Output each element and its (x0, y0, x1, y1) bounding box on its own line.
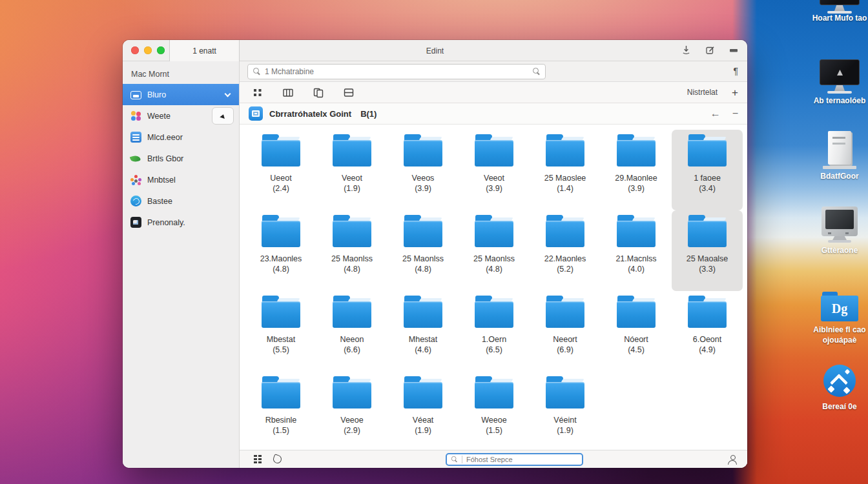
folder-item[interactable]: 29.Maonlee (3.9) (601, 130, 672, 210)
folder-item[interactable]: Weeoe (1.5) (459, 372, 530, 450)
grid-view-icon[interactable] (254, 455, 262, 464)
folder-item[interactable]: Véeat (1.9) (388, 372, 459, 450)
folder-name: Weeoe (481, 416, 506, 426)
compose-icon[interactable] (705, 45, 715, 55)
folder-count: (3.9) (415, 184, 431, 194)
desktop-icon-bereai[interactable]: Bereaí 0e (801, 365, 868, 412)
folder-item[interactable]: Neeort (6.9) (530, 291, 601, 372)
desktop: { "window": { "tab_label": "1 enatt", "t… (0, 0, 868, 484)
search-icon (253, 68, 260, 76)
window-tab[interactable]: 1 enatt (169, 40, 240, 61)
share-icon[interactable] (681, 45, 691, 55)
folder-item[interactable]: Véeint (1.9) (530, 372, 601, 450)
folder-item[interactable]: 25 Maoslee (1.4) (530, 130, 601, 210)
folder-icon (617, 296, 656, 328)
desktop-icon-ab[interactable]: Ab ternaolóeb (801, 59, 868, 106)
folder-item[interactable]: 22.Maonles (5.2) (530, 210, 601, 291)
desktop-icon-label: Bereaí 0e (801, 402, 868, 412)
folder-item[interactable]: Neeon (6.6) (316, 291, 388, 372)
folder-count: (5.5) (273, 345, 289, 356)
tag-icon[interactable] (272, 454, 283, 465)
sidebar-expand-button[interactable] (212, 107, 234, 125)
folder-count: (1.5) (273, 426, 289, 436)
folder-count: (6.9) (557, 345, 574, 356)
folder-icon (475, 134, 513, 166)
close-button[interactable] (131, 46, 139, 54)
view-split-icon[interactable] (343, 87, 355, 98)
folder-count: (6.5) (486, 345, 502, 356)
desktop-icon-aiblniee[interactable]: Dg Aiblniee fl cao ojouápaè (801, 292, 868, 345)
folder-name: 22.Maonles (544, 254, 586, 265)
desktop-icon-gtteraone[interactable]: Gttèraone (801, 207, 868, 256)
view-gallery-icon[interactable] (313, 87, 324, 98)
chevron-down-icon[interactable] (225, 91, 231, 97)
view-columns-icon[interactable] (282, 87, 294, 98)
folder-name: Neeon (340, 335, 364, 345)
titlebar[interactable]: 1 enatt Edint (123, 40, 747, 61)
folder-item[interactable]: Mbestat (5.5) (245, 291, 316, 372)
folder-icon (262, 134, 300, 166)
user-icon[interactable] (727, 455, 737, 465)
folder-item[interactable]: 25 Maonlss (4.8) (316, 210, 388, 291)
sidebar-item-bastee[interactable]: Bastee (123, 190, 239, 212)
folder-item[interactable]: 21.Macnlss (4.0) (601, 210, 672, 291)
refresh-app-icon (130, 196, 141, 207)
folder-item[interactable]: 23.Maonles (4.8) (245, 210, 316, 291)
traffic-lights (131, 46, 165, 54)
folder-item[interactable]: Ueeot (2.4) (245, 130, 316, 210)
folder-item[interactable]: 1.Oern (6.5) (459, 291, 530, 372)
folder-name: 25 Maoslee (544, 174, 586, 184)
folder-icon (404, 134, 442, 166)
folder-count: (1.5) (486, 426, 502, 436)
desktop-icon-hoart[interactable]: Hoart Mufo tao (801, 0, 868, 24)
sidebar-item-brtlsgbor[interactable]: Brtls Gbor (123, 148, 239, 169)
folder-item[interactable]: 25 Maonlss (4.8) (459, 210, 530, 291)
search-box[interactable] (247, 64, 546, 79)
folder-item[interactable]: Rbesinle (1.5) (245, 372, 316, 450)
footer-search-input[interactable] (466, 456, 578, 463)
sidebar-item-mlcdeeor[interactable]: Mlcd.eeor (123, 126, 239, 148)
breadcrumb[interactable]: Cbrratróhatelx Goint (269, 109, 351, 119)
search-row: ¶ (240, 61, 747, 82)
sidebar-item-label: Mnbtsel (147, 176, 176, 185)
folder-count: (1.4) (557, 184, 574, 194)
folder-icon (546, 215, 584, 247)
add-button[interactable]: + (732, 87, 738, 98)
folder-item[interactable]: Veeoe (2.9) (316, 372, 388, 450)
footer-search-box[interactable] (446, 453, 583, 466)
sidebar-item-weete[interactable]: Weete (123, 105, 239, 126)
folder-count: (4.9) (699, 345, 716, 356)
minimize-bar-icon[interactable] (729, 45, 738, 55)
desktop-icon-bdatfgoor[interactable]: BdatfGoor (801, 131, 868, 182)
back-button[interactable]: ← (710, 108, 721, 119)
folder-name: Véeint (553, 416, 576, 426)
sidebar-item-prenonaly[interactable]: Prenonaly. (123, 212, 239, 233)
folder-item[interactable]: 1 faoee (3.4) (672, 130, 743, 210)
pilcrow-icon[interactable]: ¶ (733, 66, 738, 76)
zoom-button[interactable] (157, 46, 165, 54)
folder-item[interactable]: Mhestat (4.6) (388, 291, 459, 372)
folder-item[interactable]: Nóeort (4.5) (601, 291, 672, 372)
folder-name: 25 Maonlss (402, 254, 444, 265)
folder-count: (4.0) (628, 265, 645, 275)
view-sparkle-icon[interactable] (253, 87, 264, 98)
collapse-button[interactable]: − (732, 108, 738, 119)
minimize-button[interactable] (144, 46, 152, 54)
folder-item[interactable]: Veeos (3.9) (388, 130, 459, 210)
folder-item[interactable]: 25 Maonlss (4.8) (388, 210, 459, 291)
folder-item[interactable]: 25 Maoalse (3.3) (672, 210, 743, 291)
folder-item[interactable]: Veeot (1.9) (316, 130, 388, 210)
sidebar-item-mnbtsel[interactable]: Mnbtsel (123, 169, 239, 190)
folder-icon (617, 134, 656, 166)
folder-name: 29.Maonlee (615, 174, 657, 184)
sidebar-item-bluro[interactable]: Bluro (123, 84, 239, 105)
folder-count: (4.8) (344, 265, 360, 275)
folder-item[interactable]: 6.Oeont (4.9) (672, 291, 743, 372)
breadcrumb-row: Cbrratróhatelx Goint B(1) ← − (240, 103, 747, 125)
folder-item[interactable]: Veeot (3.9) (459, 130, 530, 210)
folder-name: 23.Maonles (260, 254, 302, 265)
sidebar-item-label: Mlcd.eeor (147, 133, 183, 142)
search-input[interactable] (265, 67, 528, 76)
folder-name: 25 Maoalse (687, 254, 728, 265)
sidebar-item-label: Brtls Gbor (147, 154, 183, 163)
